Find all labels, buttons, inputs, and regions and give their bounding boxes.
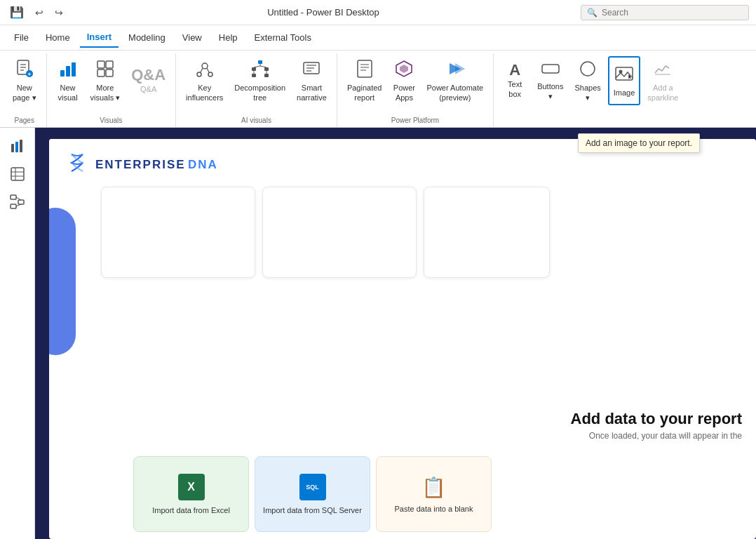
sql-card[interactable]: SQL Import data from SQL Server: [255, 456, 370, 532]
save-icon[interactable]: 💾: [7, 3, 27, 22]
new-page-label: Newpage ▾: [13, 84, 36, 102]
svg-line-17: [207, 68, 209, 72]
menu-external-tools[interactable]: External Tools: [248, 28, 318, 47]
power-automate-label: Power Automate(preview): [426, 84, 483, 102]
menu-view[interactable]: View: [175, 28, 209, 47]
svg-marker-39: [455, 63, 465, 74]
menu-insert[interactable]: Insert: [80, 27, 119, 48]
svg-rect-54: [18, 200, 24, 204]
redo-icon[interactable]: ↪: [52, 4, 66, 21]
svg-point-41: [581, 62, 595, 76]
menu-help[interactable]: Help: [212, 28, 245, 47]
more-visuals-icon: [95, 59, 115, 81]
undo-icon[interactable]: ↩: [32, 4, 46, 21]
ribbon-group-pages-items: + Newpage ▾: [8, 53, 41, 115]
insert-group-label: [499, 123, 682, 127]
paste-card[interactable]: 📋 Paste data into a blank: [376, 456, 492, 532]
svg-line-24: [254, 66, 260, 67]
excel-label: Import data from Excel: [152, 506, 230, 514]
svg-rect-12: [106, 69, 113, 76]
decomposition-tree-button[interactable]: Decompositiontree: [230, 56, 290, 105]
more-visuals-button[interactable]: Morevisuals ▾: [86, 56, 125, 105]
svg-rect-7: [66, 66, 70, 76]
search-box[interactable]: 🔍: [581, 5, 749, 20]
image-button[interactable]: Image: [608, 56, 641, 105]
paste-icon: 📋: [421, 476, 446, 499]
smart-narrative-icon: [302, 59, 321, 81]
text-box-label: Textbox: [508, 80, 522, 98]
text-box-button[interactable]: A Textbox: [499, 56, 530, 105]
key-influencers-button[interactable]: Keyinfluencers: [182, 56, 227, 105]
svg-rect-49: [11, 168, 24, 180]
new-visual-label: Newvisual: [58, 84, 77, 102]
card-2: [262, 187, 417, 278]
menu-home[interactable]: Home: [39, 28, 77, 47]
svg-rect-6: [60, 70, 65, 76]
excel-card[interactable]: X Import data from Excel: [133, 456, 249, 532]
sidebar-report-icon[interactable]: [5, 133, 30, 159]
canvas-area: ENTERPRISE DNA Add data to your report O…: [35, 128, 756, 539]
ribbon: + Newpage ▾ Pages: [0, 51, 756, 128]
data-source-cards: X Import data from Excel SQL Import data…: [126, 456, 756, 532]
svg-line-25: [260, 66, 266, 67]
ribbon-group-power-platform: Paginatedreport PowerApps: [337, 53, 494, 127]
svg-rect-9: [97, 61, 104, 68]
add-data-title: Add data to your report: [571, 410, 742, 428]
power-apps-icon: [394, 59, 414, 81]
menu-file[interactable]: File: [7, 28, 36, 47]
buttons-icon: [541, 60, 560, 80]
svg-rect-8: [72, 62, 76, 76]
sidebar-model-icon[interactable]: [5, 189, 30, 215]
svg-text:+: +: [27, 71, 31, 78]
image-icon: [614, 64, 634, 86]
svg-marker-37: [400, 65, 408, 73]
shapes-button[interactable]: Shapes▾: [570, 56, 605, 105]
tooltip-text: Add an image to your report.: [586, 138, 692, 148]
excel-icon: X: [178, 474, 205, 500]
svg-rect-20: [264, 67, 269, 71]
smart-narrative-button[interactable]: Smartnarrative: [292, 56, 331, 105]
menu-modeling[interactable]: Modeling: [121, 28, 173, 47]
pages-group-label: Pages: [8, 115, 41, 127]
paginated-report-icon: [355, 59, 374, 81]
visuals-group-label: Visuals: [53, 115, 170, 127]
smart-narrative-label: Smartnarrative: [297, 84, 327, 102]
add-sparkline-icon: [653, 59, 673, 81]
power-platform-group-label: Power Platform: [343, 115, 487, 127]
ribbon-group-ai-items: Keyinfluencers: [182, 53, 331, 115]
title-bar: 💾 ↩ ↪ Untitled - Power BI Desktop 🔍: [0, 0, 756, 25]
key-influencers-label: Keyinfluencers: [186, 84, 223, 102]
qa-button[interactable]: Q&A Q&A: [127, 56, 170, 105]
key-influencers-icon: [195, 59, 215, 81]
ribbon-group-visuals-items: Newvisual Morevisuals ▾ Q&A: [53, 53, 170, 115]
svg-rect-18: [258, 60, 262, 64]
qa-label: Q&A: [140, 85, 156, 94]
svg-rect-47: [15, 142, 18, 152]
buttons-label: Buttons▾: [537, 82, 563, 100]
paginated-report-button[interactable]: Paginatedreport: [343, 56, 386, 105]
search-icon: 🔍: [587, 8, 598, 18]
paginated-report-label: Paginatedreport: [347, 84, 382, 102]
sidebar-data-icon[interactable]: [5, 161, 30, 187]
decomposition-tree-icon: [250, 59, 270, 81]
power-automate-icon: [445, 59, 465, 81]
shapes-label: Shapes▾: [574, 84, 600, 102]
buttons-button[interactable]: Buttons▾: [533, 56, 567, 105]
shapes-icon: [578, 59, 598, 81]
ribbon-group-pp-items: Paginatedreport PowerApps: [343, 53, 487, 115]
ribbon-group-visuals: Newvisual Morevisuals ▾ Q&A: [47, 53, 177, 127]
qa-icon: Q&A: [131, 67, 166, 83]
new-page-button[interactable]: + Newpage ▾: [8, 56, 41, 105]
power-apps-button[interactable]: PowerApps: [389, 56, 419, 105]
decomposition-tree-label: Decompositiontree: [234, 84, 285, 102]
ai-visuals-group-label: AI visuals: [182, 115, 331, 127]
add-sparkline-button[interactable]: Add asparkline: [643, 56, 682, 105]
search-input[interactable]: [602, 8, 743, 18]
new-visual-button[interactable]: Newvisual: [53, 56, 83, 105]
power-automate-button[interactable]: Power Automate(preview): [422, 56, 487, 105]
svg-rect-48: [20, 140, 22, 152]
card-1: [101, 187, 255, 278]
svg-point-15: [208, 72, 212, 76]
power-apps-label: PowerApps: [393, 84, 415, 102]
dna-text: DNA: [188, 158, 218, 171]
